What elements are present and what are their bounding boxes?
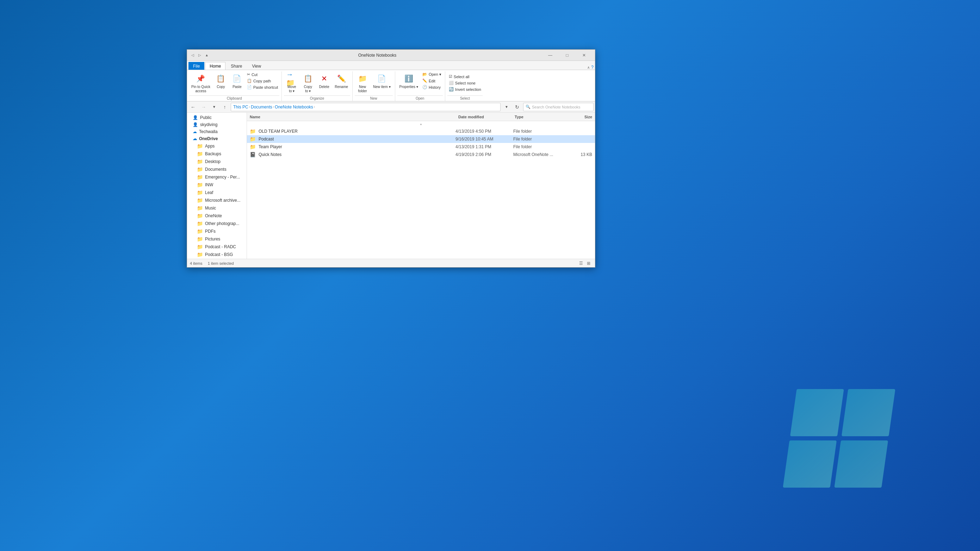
sidebar-item-backups[interactable]: 📁 Backups <box>187 150 247 158</box>
invert-selection-button[interactable]: 🔄 Invert selection <box>447 86 483 92</box>
col-header-name[interactable]: Name <box>250 115 458 119</box>
refresh-button[interactable]: ↻ <box>512 102 522 112</box>
folder-icon-backups: 📁 <box>197 151 203 157</box>
file-name: OLD TEAM PLAYER <box>259 129 454 134</box>
sidebar-item-skydiving[interactable]: 👤 skydiving <box>187 121 247 128</box>
sidebar-item-pdfs[interactable]: 📁 PDFs <box>187 227 247 235</box>
select-all-button[interactable]: ☑ Select all <box>447 74 483 79</box>
sidebar-item-leaf[interactable]: 📁 Leaf <box>187 189 247 197</box>
table-row[interactable]: 📁 OLD TEAM PLAYER 4/13/2019 4:50 PM File… <box>247 127 595 135</box>
folder-icon-podcast-bsg: 📁 <box>197 252 203 257</box>
up-icon[interactable]: ▲ <box>204 52 210 58</box>
properties-button[interactable]: ℹ️ Properties ▾ <box>397 71 420 91</box>
cut-button[interactable]: ✂ Cut <box>245 71 279 78</box>
col-header-type[interactable]: Type <box>515 115 564 119</box>
window-title: OneNote Notebooks <box>212 53 542 58</box>
sidebar-item-emergency[interactable]: 📁 Emergency - Per... <box>187 173 247 181</box>
large-icons-view-button[interactable]: ⊞ <box>585 260 592 267</box>
details-view-button[interactable]: ☰ <box>578 260 584 267</box>
new-folder-button[interactable]: 📁 Newfolder <box>355 71 370 95</box>
invert-selection-icon: 🔄 <box>449 87 454 92</box>
tab-share[interactable]: Share <box>226 62 247 70</box>
search-box[interactable]: 🔍 Search OneNote Notebooks <box>523 103 593 111</box>
pin-to-quick-access-button[interactable]: 📌 Pin to Quickaccess <box>189 71 212 95</box>
user-icon-public: 👤 <box>192 115 198 120</box>
breadcrumb[interactable]: This PC › Documents › OneNote Notebooks … <box>231 103 501 111</box>
sidebar-item-apps[interactable]: 📁 Apps <box>187 142 247 150</box>
back-icon[interactable]: ◁ <box>190 52 196 58</box>
close-button[interactable]: ✕ <box>576 50 592 61</box>
table-row[interactable]: 📁 Podcast 9/16/2019 10:45 AM File folder <box>247 135 595 143</box>
select-all-icon: ☑ <box>449 74 452 79</box>
expand-breadcrumb-button[interactable]: ▼ <box>502 102 511 112</box>
sidebar-item-public[interactable]: 👤 Public <box>187 114 247 121</box>
history-button[interactable]: 🕐 History <box>421 84 443 90</box>
sidebar-item-label-microsoft-archive: Microsoft archive... <box>205 198 240 203</box>
tab-file[interactable]: File <box>188 62 204 70</box>
file-date: 4/13/2019 1:31 PM <box>455 144 512 149</box>
table-row[interactable]: 📓 Quick Notes 4/19/2019 2:06 PM Microsof… <box>247 151 595 159</box>
forward-icon[interactable]: ▷ <box>197 52 202 58</box>
file-name: Podcast <box>259 137 454 141</box>
sidebar-item-music[interactable]: 📁 Music <box>187 204 247 212</box>
new-item-button[interactable]: 📄 New item ▾ <box>371 71 393 91</box>
ribbon-collapse-icon[interactable]: ∧ <box>587 65 590 69</box>
properties-icon: ℹ️ <box>403 73 414 84</box>
breadcrumb-onenote-notebooks[interactable]: OneNote Notebooks <box>275 105 313 110</box>
sidebar-item-pictures[interactable]: 📁 Pictures <box>187 235 247 243</box>
sidebar-item-onenote[interactable]: 📁 OneNote <box>187 212 247 220</box>
select-none-button[interactable]: ⬜ Select none <box>447 80 483 86</box>
sidebar-item-podcast-radc[interactable]: 📁 Podcast - RADC <box>187 243 247 251</box>
maximize-button[interactable]: □ <box>559 50 575 61</box>
sidebar-item-desktop[interactable]: 📁 Desktop <box>187 158 247 165</box>
sidebar-item-documents[interactable]: 📁 Documents <box>187 165 247 173</box>
col-header-date[interactable]: Date modified <box>458 115 515 119</box>
open-button[interactable]: 📂 Open ▾ <box>421 71 443 78</box>
copy-to-icon: 📋 <box>302 73 313 84</box>
folder-icon: 📁 <box>250 129 256 134</box>
open-items: ℹ️ Properties ▾ 📂 Open ▾ ✏️ Edit 🕐 Histo… <box>397 71 443 95</box>
copy-button[interactable]: 📋 Copy <box>213 71 229 91</box>
folder-icon-desktop: 📁 <box>197 159 203 164</box>
title-bar-quick-access: ◁ ▷ ▲ <box>190 52 210 58</box>
copy-to-button[interactable]: 📋 Copyto ▾ <box>300 71 316 95</box>
sidebar-item-label-pictures: Pictures <box>205 237 220 241</box>
back-button[interactable]: ← <box>188 102 197 112</box>
breadcrumb-documents[interactable]: Documents <box>251 105 272 110</box>
breadcrumb-sep-2: › <box>273 105 274 109</box>
folder-icon-music: 📁 <box>197 205 203 211</box>
onenote-file-icon: 📓 <box>250 152 256 157</box>
edit-button[interactable]: ✏️ Edit <box>421 78 443 84</box>
ribbon-group-clipboard: 📌 Pin to Quickaccess 📋 Copy 📄 Paste ✂ <box>187 71 282 101</box>
sidebar-item-onedrive[interactable]: ☁ OneDrive <box>187 135 247 142</box>
sidebar-item-inw[interactable]: 📁 INW <box>187 181 247 189</box>
sidebar-item-podcast-bsg[interactable]: 📁 Podcast - BSG <box>187 251 247 259</box>
copy-path-button[interactable]: 📋 Copy path <box>245 78 279 84</box>
file-name: Team Player <box>259 144 454 149</box>
file-name: Quick Notes <box>259 152 454 157</box>
recent-locations-button[interactable]: ▼ <box>210 102 219 112</box>
ribbon-group-select: ☑ Select all ⬜ Select none 🔄 Invert sele… <box>445 71 485 101</box>
folder-icon-inw: 📁 <box>197 182 203 187</box>
sort-collapse-icon: ▲ <box>420 122 422 126</box>
sidebar-item-label-inw: INW <box>205 183 213 187</box>
paste-shortcut-button[interactable]: 📄 Paste shortcut <box>245 84 279 90</box>
breadcrumb-this-pc[interactable]: This PC <box>233 105 248 110</box>
sidebar-item-microsoft-archive[interactable]: 📁 Microsoft archive... <box>187 197 247 204</box>
tab-home[interactable]: Home <box>205 62 226 70</box>
clipboard-items: 📌 Pin to Quickaccess 📋 Copy 📄 Paste ✂ <box>189 71 279 95</box>
file-type: File folder <box>513 129 563 134</box>
up-directory-button[interactable]: ↑ <box>220 102 229 112</box>
minimize-button[interactable]: — <box>542 50 558 61</box>
paste-button[interactable]: 📄 Paste <box>229 71 245 91</box>
col-header-size[interactable]: Size <box>564 115 592 119</box>
tab-view[interactable]: View <box>247 62 266 70</box>
rename-button[interactable]: ✏️ Rename <box>332 71 350 91</box>
help-icon[interactable]: ? <box>591 65 593 70</box>
sidebar-item-other-photographs[interactable]: 📁 Other photograp... <box>187 220 247 227</box>
delete-button[interactable]: ✕ Delete <box>317 71 332 91</box>
table-row[interactable]: 📁 Team Player 4/13/2019 1:31 PM File fol… <box>247 143 595 151</box>
sidebar-item-techwalla[interactable]: ☁ Techwalla <box>187 128 247 135</box>
folder-icon-pdfs: 📁 <box>197 229 203 234</box>
move-to-button[interactable]: →📁 Moveto ▾ <box>284 71 299 95</box>
